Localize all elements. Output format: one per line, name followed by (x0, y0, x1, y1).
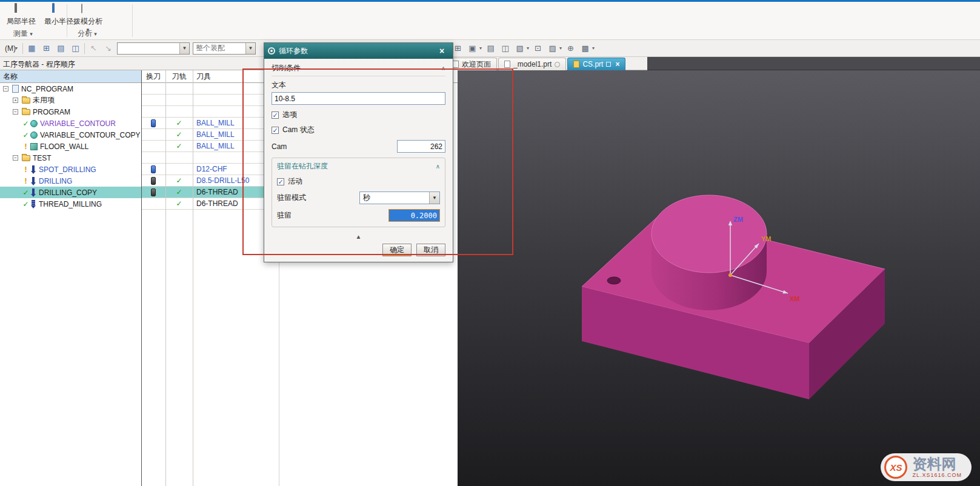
toolbar-icon-disabled: ↖ (88, 42, 99, 54)
toolbar-icon[interactable]: ◫ (499, 42, 511, 54)
menu-dropdown-icon: ▾ (15, 45, 18, 51)
tab-model1[interactable]: _model1.prt (498, 58, 566, 70)
toolpath-check-icon: ✓ (176, 188, 182, 196)
toolbar-icon[interactable]: ▩ (579, 42, 591, 54)
dialog-close-button[interactable]: × (435, 46, 449, 56)
toolbar-icon[interactable]: ▦ (26, 42, 38, 54)
option-checkbox[interactable]: ✓ 选项 (272, 110, 445, 120)
drilling-op-icon (30, 177, 36, 185)
toolbar-icon[interactable]: ⊕ (565, 42, 576, 54)
axis-label-ym: YM (761, 235, 772, 242)
group-collapse-icon[interactable]: ∧ (436, 163, 440, 170)
tree-item-label: FLOOR_WALL (40, 142, 88, 151)
toolbar-icon[interactable]: ▤ (485, 42, 496, 54)
tool-name-label: D6-THREAD (196, 199, 238, 208)
toolbar-dropdown-icon[interactable]: ▾ (592, 45, 595, 51)
status-warning-icon: ! (22, 177, 29, 185)
active-part-file-icon (573, 61, 579, 68)
local-radius-icon (15, 4, 28, 15)
tab-close-icon[interactable]: × (615, 60, 619, 68)
floor-wall-milling-icon (30, 143, 38, 150)
column-header-toolpath[interactable]: 刀轨 (165, 70, 193, 82)
tree-item-label: NC_PROGRAM (21, 85, 73, 93)
tool-change-icon (151, 177, 156, 185)
column-separator (165, 70, 166, 486)
min-radius-button[interactable]: 最小半径 (42, 3, 75, 27)
graphics-viewport[interactable]: ZM YM XM (458, 70, 980, 486)
cutting-conditions-section[interactable]: 切削条件 ∧ (272, 63, 445, 76)
contour-milling-icon (30, 120, 38, 127)
active-checkbox[interactable]: ✓ 活动 (277, 176, 440, 187)
toolbar-icon[interactable]: ◫ (70, 42, 81, 54)
toolbar-icon[interactable]: ⊞ (452, 42, 464, 54)
dwell-group-header[interactable]: 驻留在钻孔深度 ∧ (277, 161, 440, 171)
combo-dropdown-icon[interactable]: ▼ (245, 43, 255, 54)
tab-welcome[interactable]: 欢迎页面 (447, 58, 497, 70)
local-radius-button[interactable]: 局部半径 (5, 3, 38, 27)
expander-icon[interactable]: − (13, 109, 18, 115)
tool-name-label: D12-CHF (196, 165, 227, 173)
toolbar-icon[interactable]: ⊡ (532, 42, 544, 54)
toolbar-icon[interactable]: ▧ (514, 42, 525, 54)
toolbar-icon[interactable]: ▤ (55, 42, 67, 54)
status-warning-icon: ! (22, 142, 29, 151)
expander-icon[interactable]: − (13, 155, 18, 161)
checkbox-checked-icon: ✓ (277, 178, 284, 185)
toolbar-dropdown-icon[interactable]: ▾ (527, 45, 529, 51)
tool-change-icon (151, 119, 156, 127)
tab-state-icon (606, 62, 611, 67)
toolbar-dropdown-icon[interactable]: ▾ (559, 45, 562, 51)
tool-name-label: D8.5-DRILL-L50 (196, 176, 249, 185)
toolbar-icon[interactable]: ⊞ (41, 42, 52, 54)
column-separator (141, 70, 142, 486)
dialog-collapse-icon[interactable]: ▲ (272, 233, 445, 240)
drilling-op-icon (30, 165, 36, 174)
column-header-name[interactable]: 名称 (0, 70, 141, 82)
assembly-scope-combo[interactable]: 整个装配 ▼ (193, 42, 256, 55)
cam-value-input[interactable] (397, 140, 445, 153)
tool-name-label: BALL_MILL (196, 142, 235, 150)
section-collapse-icon[interactable]: ∧ (441, 65, 445, 72)
watermark: XS 资料网 ZL.XS1616.COM (881, 453, 972, 481)
dialog-titlebar[interactable]: 循环参数 × (264, 43, 453, 59)
axis-label-xm: XM (790, 295, 800, 302)
selection-scope-combo[interactable]: ▼ (117, 42, 190, 55)
dwell-mode-label: 驻留模式 (277, 193, 306, 203)
text-input[interactable] (272, 92, 445, 105)
watermark-name: 资料网 (912, 456, 962, 471)
toolbar-dropdown-icon[interactable]: ▾ (479, 45, 482, 51)
model-hole (607, 277, 621, 284)
expander-icon[interactable]: − (3, 86, 8, 92)
thread-milling-op-icon (30, 200, 36, 208)
drilling-op-icon (30, 188, 36, 197)
tree-item-label: DRILLING_COPY (39, 188, 97, 197)
toolbar-icon[interactable]: ▣ (467, 42, 478, 54)
toolpath-check-icon: ✓ (176, 199, 182, 208)
tab-cs-active[interactable]: CS.prt × (567, 58, 625, 70)
menu-button[interactable]: (M) ▾ (3, 44, 19, 53)
combo-dropdown-icon[interactable]: ▼ (179, 43, 189, 54)
folder-icon (22, 98, 30, 104)
ribbon-separator (67, 4, 67, 37)
dwell-mode-combo[interactable]: 秒 ▼ (359, 191, 440, 204)
dwell-group: 驻留在钻孔深度 ∧ ✓ 活动 驻留模式 秒 ▼ 驻留 0.2000 (272, 158, 445, 227)
dialog-title: 循环参数 (279, 46, 308, 56)
combo-dropdown-icon[interactable]: ▼ (429, 192, 439, 204)
dwell-value-input[interactable]: 0.2000 (388, 209, 440, 222)
text-field-label: 文本 (272, 80, 445, 90)
dwell-label: 驻留 (277, 210, 292, 221)
toolbar-icon[interactable]: ▨ (547, 42, 558, 54)
cam-status-checkbox[interactable]: ✓ Cam 状态 (272, 125, 445, 135)
cancel-button[interactable]: 取消 (416, 244, 445, 256)
status-complete-icon: ✓ (22, 200, 29, 208)
expander-icon[interactable]: + (13, 98, 18, 103)
column-header-tool-change[interactable]: 换刀 (141, 70, 165, 82)
tree-item-label: PROGRAM (33, 108, 70, 116)
column-separator (193, 70, 193, 486)
tool-name-label: BALL_MILL (196, 119, 235, 127)
measure-group-label[interactable]: 测量 ▾ (13, 28, 33, 39)
toolbar-separator (84, 43, 85, 54)
ok-button[interactable]: 确定 (382, 244, 412, 256)
navigator-title: 工序导航器 - 程序顺序 (3, 59, 75, 70)
analysis-group-label[interactable]: 分析 ▾ (78, 28, 97, 39)
